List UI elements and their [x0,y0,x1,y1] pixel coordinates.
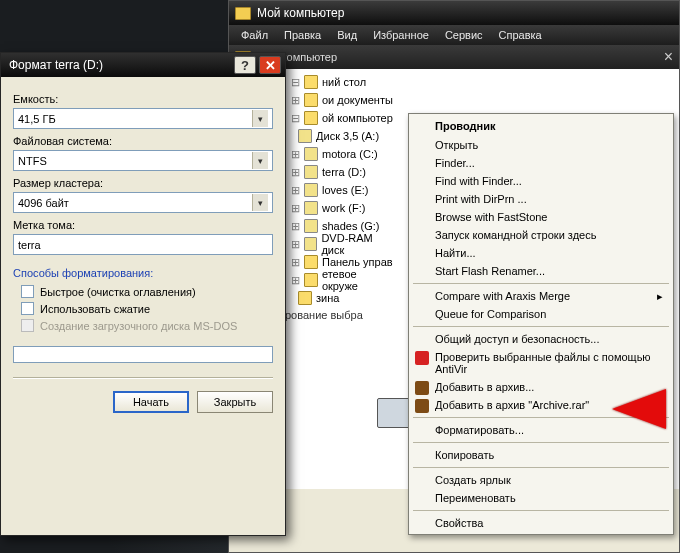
ctx-araxis-compare[interactable]: Compare with Araxis Merge [411,287,671,305]
tree-item: ⊞етевое окруже [285,271,395,289]
separator [413,283,669,284]
tree-item: ⊞loves (E:) [285,181,395,199]
opt-quick-label: Быстрое (очистка оглавления) [40,286,196,298]
winrar-icon [415,399,429,413]
ctx-print-dirprn[interactable]: Print with DirPrn ... [411,190,671,208]
drive-icon [304,219,318,233]
checkbox-icon[interactable] [21,302,34,315]
opt-msdos-label: Создание загрузочного диска MS-DOS [40,320,237,332]
separator [413,467,669,468]
close-panel-icon[interactable]: × [664,48,673,66]
tree-item: ⊞work (F:) [285,199,395,217]
ctx-finder[interactable]: Finder... [411,154,671,172]
checkbox-icon [21,319,34,332]
ctx-rename[interactable]: Переименовать [411,489,671,507]
tree-item: ⊞terra (D:) [285,163,395,181]
dvd-icon [304,237,317,251]
cluster-label: Размер кластера: [13,177,273,189]
folder-icon [304,75,318,89]
capacity-label: Емкость: [13,93,273,105]
filesystem-combo[interactable]: NTFS ▾ [13,150,273,171]
menu-tools[interactable]: Сервис [437,27,491,43]
control-panel-icon [304,255,318,269]
tree-item: ⊟ний стол [285,73,395,91]
format-dialog: Формат terra (D:) ? ✕ Емкость: 41,5 ГБ ▾… [0,52,286,536]
computer-icon [304,111,318,125]
format-title: Формат terra (D:) [9,58,103,72]
drive-icon [304,183,318,197]
filesystem-label: Файловая система: [13,135,273,147]
ctx-browse-faststone[interactable]: Browse with FastStone [411,208,671,226]
explorer-titlebar[interactable]: Мой компьютер [229,1,679,25]
help-button[interactable]: ? [234,56,256,74]
annotation-arrow-format [612,389,666,429]
context-menu-header: Проводник [411,116,671,136]
volume-label-input[interactable]: terra [13,234,273,255]
volume-label-value: terra [18,239,41,251]
drive-icon [304,147,318,161]
ctx-find-with-finder[interactable]: Find with Finder... [411,172,671,190]
ctx-flash-renamer[interactable]: Start Flash Renamer... [411,262,671,280]
antivir-icon [415,351,429,365]
opt-compress-label: Использовать сжатие [40,303,150,315]
folder-icon [304,93,318,107]
format-progress [13,346,273,363]
ctx-create-shortcut[interactable]: Создать ярлык [411,471,671,489]
menu-view[interactable]: Вид [329,27,365,43]
opt-msdos-row: Создание загрузочного диска MS-DOS [21,319,273,332]
tree-item: ⊟ой компьютер [285,109,395,127]
address-bar[interactable]: Мой компьютер × [229,45,679,69]
network-icon [304,273,318,287]
cluster-value: 4096 байт [18,197,69,209]
separator [413,326,669,327]
drive-icon [304,201,318,215]
start-button[interactable]: Начать [113,391,189,413]
ctx-copy[interactable]: Копировать [411,446,671,464]
tree-item: ⊞DVD-RAM диск [285,235,395,253]
chevron-down-icon[interactable]: ▾ [252,110,268,127]
separator [413,510,669,511]
ctx-open[interactable]: Открыть [411,136,671,154]
format-body: Емкость: 41,5 ГБ ▾ Файловая система: NTF… [1,77,285,421]
winrar-icon [415,381,429,395]
tree-item: ⊞motora (C:) [285,145,395,163]
folder-icon [235,7,251,20]
ctx-araxis-queue[interactable]: Queue for Comparison [411,305,671,323]
format-methods-caption: Способы форматирования: [13,267,273,279]
separator [13,377,273,379]
recycle-icon [298,291,312,305]
tree-item: ⊞ои документы [285,91,395,109]
explorer-menubar: Файл Правка Вид Избранное Сервис Справка [229,25,679,45]
filesystem-value: NTFS [18,155,47,167]
ctx-cmd-here[interactable]: Запуск командной строки здесь [411,226,671,244]
drive-icon [304,165,318,179]
menu-file[interactable]: Файл [233,27,276,43]
opt-quick-format-row[interactable]: Быстрое (очистка оглавления) [21,285,273,298]
chevron-down-icon[interactable]: ▾ [252,194,268,211]
context-menu: Проводник Открыть Finder... Find with Fi… [408,113,674,535]
menu-help[interactable]: Справка [491,27,550,43]
separator [413,442,669,443]
checkbox-icon[interactable] [21,285,34,298]
close-button[interactable]: ✕ [259,56,281,74]
ctx-properties[interactable]: Свойства [411,514,671,532]
explorer-title: Мой компьютер [257,6,344,20]
ctx-find[interactable]: Найти... [411,244,671,262]
ctx-antivir-scan[interactable]: Проверить выбранные файлы с помощью Anti… [411,348,671,378]
cluster-combo[interactable]: 4096 байт ▾ [13,192,273,213]
volume-label-caption: Метка тома: [13,219,273,231]
capacity-value: 41,5 ГБ [18,113,56,125]
close-button[interactable]: Закрыть [197,391,273,413]
capacity-combo[interactable]: 41,5 ГБ ▾ [13,108,273,129]
menu-edit[interactable]: Правка [276,27,329,43]
chevron-down-icon[interactable]: ▾ [252,152,268,169]
format-titlebar[interactable]: Формат terra (D:) ? ✕ [1,53,285,77]
folder-tree[interactable]: ⊟ний стол ⊞ои документы ⊟ой компьютер Ди… [285,69,395,299]
menu-favorites[interactable]: Избранное [365,27,437,43]
dialog-buttons: Начать Закрыть [13,385,273,413]
tree-item: Диск 3,5 (A:) [285,127,395,145]
ctx-sharing-security[interactable]: Общий доступ и безопасность... [411,330,671,348]
opt-compress-row[interactable]: Использовать сжатие [21,302,273,315]
floppy-icon [298,129,312,143]
